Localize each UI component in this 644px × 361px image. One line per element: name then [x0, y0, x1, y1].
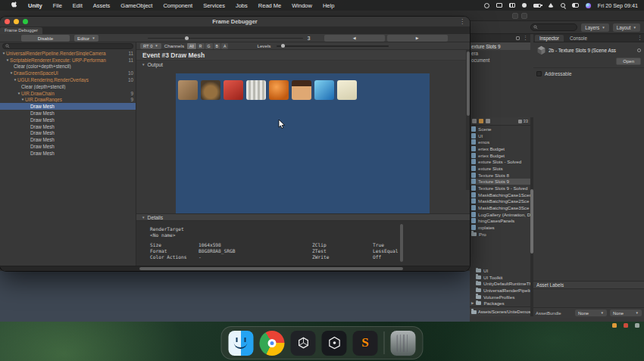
control-center-icon[interactable]: [572, 3, 579, 8]
project-item[interactable]: exture Slots: [470, 165, 530, 172]
project-item[interactable]: Scene: [470, 126, 530, 132]
editor-search-input[interactable]: [530, 23, 577, 31]
menu-gameobject[interactable]: GameObject: [115, 2, 158, 9]
details-scrollbar[interactable]: [400, 224, 403, 262]
menu-services[interactable]: Services: [198, 2, 230, 9]
spotlight-icon[interactable]: [561, 3, 565, 8]
event-row[interactable]: ▼ScriptableRenderer.Execute: URP-Perform…: [0, 57, 136, 64]
folder-row[interactable]: UnityDefaultRuntimeTheme: [470, 281, 530, 288]
trash-dock-icon[interactable]: [391, 331, 416, 356]
asset-labels-header[interactable]: Asset Labels: [533, 281, 644, 289]
target-dropdown[interactable]: Editor▼: [74, 35, 98, 42]
menu-assets[interactable]: Assets: [88, 2, 116, 9]
event-row[interactable]: Clear (color+depth+stencil): [0, 64, 136, 70]
titlebar-icon[interactable]: [521, 13, 527, 19]
project-item[interactable]: Texture Slots 8: [470, 172, 530, 179]
channel-a-button[interactable]: A: [221, 43, 228, 49]
horizontal-scrollbar[interactable]: [0, 266, 470, 271]
project-item-selected[interactable]: Texture Slots 9: [470, 179, 530, 185]
channel-r-button[interactable]: R: [197, 43, 205, 49]
layout-dropdown[interactable]: Layout▼: [613, 23, 640, 32]
unity-editor-dock-icon[interactable]: [322, 331, 347, 356]
favorites-icon[interactable]: [479, 119, 483, 123]
event-slider[interactable]: [148, 35, 303, 42]
texture-thumbnail-character[interactable]: [201, 80, 220, 100]
event-row[interactable]: Draw Mesh: [0, 110, 136, 117]
texture-thumbnail-face[interactable]: [292, 80, 311, 100]
layers-dropdown[interactable]: Layers▼: [581, 23, 608, 32]
event-row[interactable]: ▼UniversalRenderPipeline.RenderSingleCam…: [0, 50, 136, 57]
app-menu-unity[interactable]: Unity: [23, 2, 48, 9]
event-number-field[interactable]: 3: [308, 36, 315, 41]
asset-enable-icon[interactable]: [637, 48, 641, 52]
lock-icon[interactable]: [516, 36, 520, 40]
menu-file[interactable]: File: [48, 2, 67, 9]
event-row[interactable]: Clear (depth+stencil): [0, 83, 136, 90]
scrollbar-thumb[interactable]: [467, 51, 470, 116]
menubar-clock[interactable]: Fri 20 Sep 09:41: [598, 2, 638, 9]
open-button[interactable]: Open: [616, 58, 641, 65]
project-item[interactable]: LogGallery (Animation, D: [470, 211, 530, 218]
siri-icon[interactable]: [586, 3, 591, 8]
channel-b-button[interactable]: B: [214, 43, 220, 49]
tab-console[interactable]: Console: [565, 35, 592, 42]
folder-row[interactable]: UI Toolkit: [470, 274, 530, 281]
assetbundle-dropdown[interactable]: None▼: [575, 310, 607, 316]
rendertarget-dropdown[interactable]: RT 0▼: [140, 43, 161, 49]
project-item[interactable]: Pro: [470, 231, 530, 238]
hierarchy-item[interactable]: era: [470, 50, 530, 57]
texture-thumbnail-leather[interactable]: [178, 80, 198, 100]
status-red-icon[interactable]: [624, 323, 628, 328]
details-foldout[interactable]: ▼Details: [136, 213, 470, 221]
next-event-button[interactable]: ▶: [387, 35, 448, 42]
event-row[interactable]: ▼UIR.DrawChain9: [0, 90, 136, 97]
foldout-arrow-icon[interactable]: ▼: [142, 63, 145, 67]
apple-menu-icon[interactable]: [6, 2, 23, 10]
output-foldout[interactable]: ▼Output: [136, 61, 470, 68]
event-row[interactable]: Draw Mesh: [0, 130, 136, 137]
menu-jobs[interactable]: Jobs: [230, 2, 253, 9]
project-item[interactable]: UI: [470, 132, 530, 139]
project-item[interactable]: emos: [470, 138, 530, 145]
foldout-arrow-icon[interactable]: ▼: [142, 216, 145, 219]
tab-inspector[interactable]: Inspector: [535, 35, 564, 42]
project-item[interactable]: hingCasesPanels: [470, 218, 530, 225]
addressable-checkbox[interactable]: [536, 71, 542, 76]
project-item[interactable]: Texture Slots 9 - Solved: [470, 185, 530, 191]
project-item[interactable]: ertex Budget: [470, 152, 530, 159]
folder-row[interactable]: UniversalRenderPipelineGlobalSet: [470, 287, 530, 294]
window-menu-icon[interactable]: ⋮: [459, 18, 465, 25]
panel-menu-icon[interactable]: ⋮: [637, 35, 642, 41]
event-row-selected[interactable]: Draw Mesh: [0, 103, 136, 110]
status-gray-icon[interactable]: [635, 323, 639, 328]
detail-panel-scrollbar[interactable]: [466, 50, 470, 190]
unity-hub-dock-icon[interactable]: [291, 331, 316, 356]
status-icon[interactable]: [522, 3, 527, 8]
status-icon[interactable]: [484, 3, 489, 8]
menu-help[interactable]: Help: [317, 2, 339, 9]
menu-window[interactable]: Window: [286, 2, 317, 9]
texture-thumbnail-paper[interactable]: [337, 80, 357, 100]
event-row[interactable]: ▼DrawScreenSpaceUI10: [0, 70, 136, 76]
rendertarget-preview[interactable]: [176, 73, 430, 213]
event-row[interactable]: ▼UGUI.Rendering.RenderOverlays10: [0, 76, 136, 83]
assetbundle-variant-dropdown[interactable]: None▼: [610, 310, 642, 316]
menu-edit[interactable]: Edit: [67, 2, 88, 9]
event-row[interactable]: Draw Mesh: [0, 150, 136, 157]
slider-knob[interactable]: [281, 44, 285, 48]
wifi-icon[interactable]: [548, 3, 554, 8]
folder-row[interactable]: UI: [470, 267, 530, 274]
tab-frame-debugger[interactable]: Frame Debugger: [0, 27, 42, 34]
slider-knob[interactable]: [185, 36, 189, 40]
prev-event-button[interactable]: ◀: [324, 35, 385, 42]
search-icon[interactable]: [486, 119, 490, 123]
project-item[interactable]: MaskBatchingCase1Scen: [470, 191, 530, 198]
event-row[interactable]: ▼UIR.DrawRanges9: [0, 97, 136, 104]
foldout-arrow-icon[interactable]: ▶: [471, 301, 474, 305]
project-item[interactable]: MaskBatchingCase3Sce: [470, 204, 530, 211]
game-view[interactable]: [0, 271, 470, 322]
project-item[interactable]: MaskBatchingCase2Sce: [470, 198, 530, 205]
finder-dock-icon[interactable]: [229, 331, 254, 356]
event-row[interactable]: Draw Mesh: [0, 123, 136, 130]
folder-row[interactable]: VolumeProfiles: [470, 294, 530, 300]
